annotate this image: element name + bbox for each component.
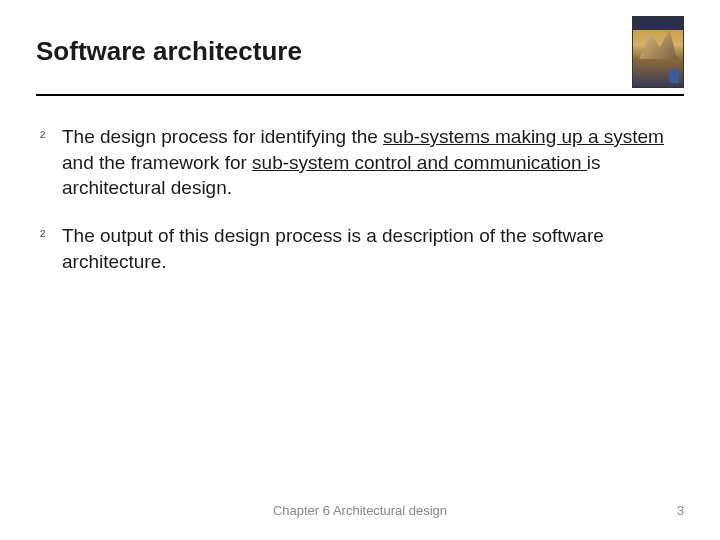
slide-title: Software architecture (36, 28, 302, 67)
bullet-marker-icon: ² (40, 223, 62, 247)
slide-content: ²The design process for identifying the … (36, 124, 684, 274)
bullet-marker-icon: ² (40, 124, 62, 148)
page-number: 3 (677, 503, 684, 518)
bullet-text: The output of this design process is a d… (62, 223, 684, 274)
bullet-item: ²The design process for identifying the … (40, 124, 684, 201)
slide: Software architecture ²The design proces… (0, 0, 720, 540)
slide-header: Software architecture (36, 28, 684, 96)
bullet-text: The design process for identifying the s… (62, 124, 684, 201)
slide-footer: Chapter 6 Architectural design (0, 503, 720, 518)
bullet-item: ²The output of this design process is a … (40, 223, 684, 274)
book-cover-image (632, 16, 684, 88)
